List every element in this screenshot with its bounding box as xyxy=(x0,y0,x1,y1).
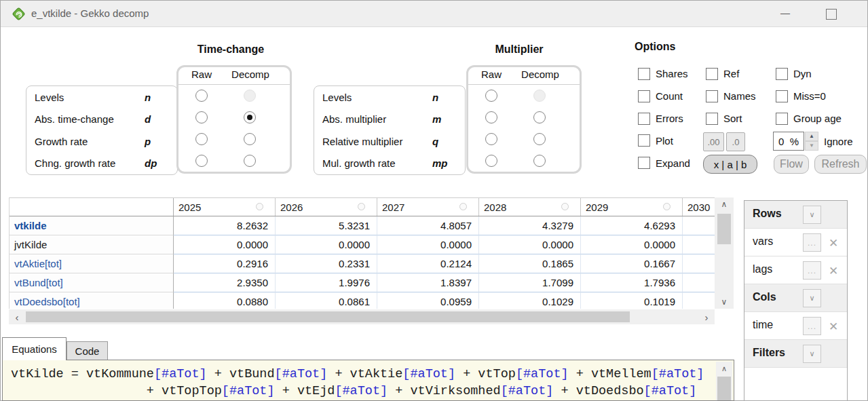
sort-checkbox-row: Sort xyxy=(706,107,776,130)
multiplier-row-levels: Levelsn xyxy=(322,86,457,109)
expand-checkbox-row: Expand xyxy=(638,157,690,169)
column-select-radio[interactable] xyxy=(561,203,569,210)
xab-toggle-button[interactable]: x | a | b xyxy=(703,155,757,174)
equations-scrollbar[interactable]: ∧ xyxy=(716,362,732,400)
multiplier-relative-raw-radio[interactable] xyxy=(485,133,497,145)
ignore-percent-value: 0 xyxy=(778,136,784,147)
count-checkbox[interactable] xyxy=(638,90,650,102)
row-label-jvtkilde[interactable]: jvtKilde xyxy=(10,235,174,254)
time-change-radio-header: Raw Decomp xyxy=(178,67,290,85)
filters-dropdown-button[interactable]: ∨ xyxy=(803,345,821,363)
timechange-growth-raw-radio[interactable] xyxy=(195,133,208,145)
minimize-button[interactable]: — xyxy=(776,3,795,22)
errors-checkbox[interactable] xyxy=(638,113,650,125)
tab-code[interactable]: Code xyxy=(67,341,108,360)
decimals-0-button[interactable]: .0 xyxy=(726,132,745,151)
decimals-00-button[interactable]: .00 xyxy=(703,132,724,151)
equations-scroll-thumb[interactable] xyxy=(717,377,731,400)
plot-checkbox[interactable] xyxy=(638,134,650,147)
ref-checkbox[interactable] xyxy=(706,68,718,80)
lags-ellipsis-button[interactable]: ... xyxy=(803,261,821,280)
timechange-abs-decomp-radio[interactable] xyxy=(244,111,256,123)
percent-sign: % xyxy=(790,136,799,147)
gekko-logo-icon xyxy=(11,6,26,22)
timechange-levels-decomp-radio[interactable] xyxy=(244,90,256,102)
scroll-down-icon[interactable]: ∨ xyxy=(715,295,734,309)
column-select-radio[interactable] xyxy=(358,203,365,210)
table-row: vtBund[tot] 2.9350 1.9976 1.8397 1.7099 … xyxy=(10,273,715,292)
timechange-levels-raw-radio[interactable] xyxy=(195,90,208,102)
multiplier-growth-raw-radio[interactable] xyxy=(485,155,497,167)
dyn-checkbox[interactable] xyxy=(776,68,788,80)
raw-column-label: Raw xyxy=(184,69,219,80)
groupage-checkbox-row: Group age xyxy=(776,107,868,130)
decomp-column-label: Decomp xyxy=(225,69,276,80)
multiplier-levels-decomp-radio[interactable] xyxy=(533,90,546,102)
scroll-right-icon[interactable]: › xyxy=(698,309,715,324)
column-select-radio[interactable] xyxy=(459,203,467,210)
refresh-button[interactable]: Refresh xyxy=(814,155,867,174)
time-remove-icon[interactable]: ✕ xyxy=(825,318,842,335)
raw-column-label: Raw xyxy=(474,69,509,80)
multiplier-abs-decomp-radio[interactable] xyxy=(533,111,546,123)
shares-checkbox[interactable] xyxy=(638,68,650,80)
sort-checkbox[interactable] xyxy=(706,113,718,125)
cols-dropdown-button[interactable]: ∨ xyxy=(803,289,821,307)
row-label-vtkilde[interactable]: vtkilde xyxy=(10,216,174,235)
ignore-percent-input[interactable]: 0 % xyxy=(773,132,804,151)
row-label-vtbund[interactable]: vtBund[tot] xyxy=(10,273,174,292)
multiplier-abs-raw-radio[interactable] xyxy=(485,111,497,123)
maximize-button[interactable] xyxy=(826,9,837,20)
filters-section-header: Filters ∨ xyxy=(744,340,847,368)
errors-checkbox-row: Errors xyxy=(638,107,706,130)
vertical-scroll-thumb[interactable] xyxy=(717,214,731,244)
timechange-chnggrowth-decomp-radio[interactable] xyxy=(244,155,256,167)
multiplier-labels-box: Levelsn Abs. multiplierm Relative multip… xyxy=(314,85,466,175)
count-checkbox-row: Count xyxy=(638,85,706,107)
names-checkbox[interactable] xyxy=(706,90,718,102)
horizontal-scroll-thumb[interactable] xyxy=(26,311,630,322)
multiplier-growth-decomp-radio[interactable] xyxy=(533,155,546,167)
vars-ellipsis-button[interactable]: ... xyxy=(803,233,821,252)
row-label-vtaktie[interactable]: vtAktie[tot] xyxy=(10,254,174,273)
timechange-chnggrowth-raw-radio[interactable] xyxy=(195,155,208,167)
groupage-checkbox[interactable] xyxy=(776,113,788,125)
timechange-abs-raw-radio[interactable] xyxy=(195,111,208,123)
expand-checkbox[interactable] xyxy=(638,157,650,169)
shares-checkbox-row: Shares xyxy=(638,62,706,85)
lags-remove-icon[interactable]: ✕ xyxy=(825,263,842,279)
tab-equations[interactable]: Equations xyxy=(2,337,67,360)
list-item-lags: lags ... ✕ xyxy=(744,256,847,284)
flow-button[interactable]: Flow xyxy=(774,155,809,174)
table-horizontal-scrollbar[interactable]: ‹ › xyxy=(9,309,715,324)
scroll-left-icon[interactable]: ‹ xyxy=(9,309,25,324)
vars-remove-icon[interactable]: ✕ xyxy=(825,235,842,251)
year-header-2029: 2029 xyxy=(581,198,683,216)
column-select-radio[interactable] xyxy=(663,203,671,210)
multiplier-radio-header: Raw Decomp xyxy=(468,67,580,85)
time-change-radio-group: Raw Decomp xyxy=(176,65,292,174)
scroll-up-icon[interactable]: ∧ xyxy=(715,197,734,211)
equation-line-1: vtKilde = vtKommune[#aTot] + vtBund[#aTo… xyxy=(3,360,734,383)
table-header-row: 2025 2026 2027 2028 2029 2030 xyxy=(10,198,715,216)
multiplier-levels-raw-radio[interactable] xyxy=(485,90,497,102)
multiplier-relative-decomp-radio[interactable] xyxy=(533,133,546,145)
time-change-row-growth: Growth ratep xyxy=(35,130,169,153)
spinner-down-icon[interactable]: ▼ xyxy=(805,141,818,151)
dyn-checkbox-row: Dyn xyxy=(776,62,868,85)
column-select-radio[interactable] xyxy=(256,203,263,210)
timechange-growth-decomp-radio[interactable] xyxy=(244,133,256,145)
row-label-vtdoedsbo[interactable]: vtDoedsbo[tot] xyxy=(10,292,174,309)
multiplier-row-growth: Mul. growth ratemp xyxy=(322,153,457,175)
year-header-2028: 2028 xyxy=(479,198,581,216)
table-vertical-scrollbar[interactable]: ∧ ∨ xyxy=(715,197,734,309)
decomp-column-label: Decomp xyxy=(514,69,566,80)
rows-dropdown-button[interactable]: ∨ xyxy=(803,206,821,224)
time-ellipsis-button[interactable]: ... xyxy=(803,317,821,335)
table-row: jvtKilde 0.0000 0.0000 0.0000 0.0000 0.0… xyxy=(10,235,715,254)
spinner-up-icon[interactable]: ▲ xyxy=(805,132,818,141)
multiplier-row-abs: Abs. multiplierm xyxy=(322,109,457,131)
plot-checkbox-row: Plot xyxy=(638,134,673,147)
miss0-checkbox[interactable] xyxy=(776,90,788,102)
scroll-up-icon[interactable]: ∧ xyxy=(716,362,732,375)
